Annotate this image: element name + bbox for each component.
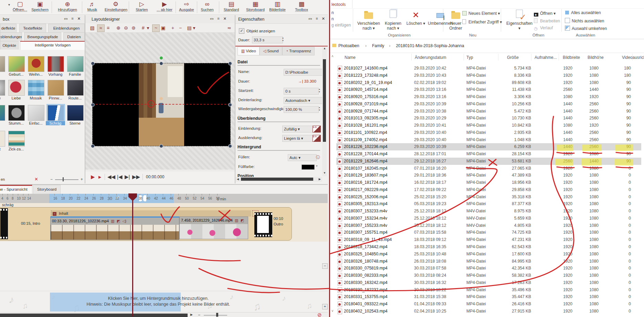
video-preview-area[interactable]: [85, 33, 235, 170]
template-schräg[interactable]: [47, 105, 64, 121]
toolbox-tab-einblendungen[interactable]: Einblendungen: [48, 24, 85, 32]
toolbar-button-view-standard[interactable]: ▤Standard: [220, 1, 242, 12]
videotools-ribbon-tab[interactable]: leotools: [331, 2, 346, 7]
zoom-in-icon[interactable]: +: [81, 177, 83, 182]
field-ausblendung-select[interactable]: Liegen lä ▾: [282, 135, 313, 142]
file-row[interactable]: 20181027_141600.mp429.03.2020 10:42MP4-D…: [336, 65, 641, 72]
rotation-handle[interactable]: [147, 100, 155, 108]
handle-bottom-mid[interactable]: [159, 144, 163, 148]
toolbox-tab-texteffekte[interactable]: Texteffekte: [19, 24, 46, 32]
collapse-chapter-icon[interactable]: −: [53, 212, 56, 216]
column-header-bildbreite[interactable]: Bildbreite: [563, 55, 580, 60]
file-row[interactable]: 20180307_155751.mp407.03.2018 15:58MP4-D…: [336, 229, 641, 236]
column-header-aufnahme[interactable]: Aufnahme...: [535, 55, 557, 60]
timeline-ruler[interactable]: ✂ 1 min 46810121416182022242628303234363…: [0, 194, 328, 203]
outro-filmstrip[interactable]: [254, 212, 272, 237]
file-row[interactable]: 20181028_161201.mp429.03.2020 10:41MP4-D…: [336, 122, 641, 129]
file-row[interactable]: 20180928_071019.mp429.03.2020 10:39MP4-D…: [336, 101, 641, 108]
breadcrumb-item[interactable]: 20180101-Mix-2018-Sophia-Johanna: [396, 43, 464, 48]
handle-mid-right[interactable]: [228, 103, 232, 107]
file-row[interactable]: 20180330_163242.mp430.03.2018 16:32MP4-D…: [336, 279, 641, 286]
grid-caret-icon[interactable]: ▾: [145, 24, 151, 31]
playhead-line[interactable]: [132, 194, 133, 316]
timeline-zoom-slider-thumb[interactable]: [216, 313, 218, 317]
ribbon-button-open-file[interactable]: ▶Öffnen ▾: [534, 11, 556, 16]
handle-bottom-left[interactable]: [91, 144, 95, 148]
ribbon-button-history[interactable]: ◷Verlauf: [534, 25, 553, 31]
thumb-size-slider-thumb[interactable]: [63, 177, 64, 181]
file-row[interactable]: 20181228_170144.mp428.12.2018 17:01MP4-D…: [336, 150, 641, 158]
toolbar-button-start-from-here[interactable]: ▶... ab hier: [154, 1, 176, 12]
template-zickza[interactable]: [8, 131, 25, 147]
toolbox-tab-bewegungspfade[interactable]: Bewegungspfade: [24, 32, 61, 41]
field-füllfarbe-swatch[interactable]: [302, 165, 315, 170]
field-startzeit-spinner[interactable]: ▲▼: [317, 88, 321, 94]
ribbon-button-new-item[interactable]: Neues Element ▾: [462, 11, 500, 16]
toolbox-tab-sblendungen[interactable]: sblendungen: [0, 32, 22, 41]
properties-tab-sound[interactable]: ◁Sound: [260, 47, 282, 55]
thumb-size-slider[interactable]: [55, 179, 78, 180]
field-startzeit-value[interactable]: 0 s: [284, 88, 319, 95]
play-button[interactable]: ▶: [91, 174, 95, 180]
timeline-zoom-slider[interactable]: [204, 315, 227, 316]
template-pinnw[interactable]: [47, 80, 64, 96]
skip-end-button[interactable]: ▶▶: [132, 174, 140, 180]
field-füllfarbe-caret[interactable]: ▾: [316, 164, 318, 168]
properties-hscrollbar[interactable]: ◀ ▶: [235, 177, 322, 182]
file-row[interactable]: 20180107_162045.mp407.01.2018 16:20MP4-D…: [336, 165, 641, 172]
toolbar-button-view-imagelist[interactable]: ▥Bilderliste: [266, 1, 288, 12]
column-header-nderungsdatum[interactable]: Änderungsdatum: [415, 55, 446, 60]
field-einblendung-transition-icon[interactable]: A B: [313, 126, 321, 133]
column-header-gre[interactable]: Größe: [507, 55, 519, 60]
template-liebe[interactable]: [8, 80, 25, 96]
template-vorhang[interactable]: [47, 56, 64, 72]
file-row[interactable]: 20180331_153755.mp431.03.2018 15:38MP4-D…: [336, 293, 641, 300]
duration-spinner[interactable]: ▲▼: [281, 36, 285, 43]
template-nose[interactable]: [0, 80, 5, 96]
record-disabled-icon[interactable]: ⊘: [317, 312, 322, 317]
template-ule[interactable]: [0, 105, 5, 121]
file-row[interactable]: 20180202_19_01_19.mp402.02.2018 19:02MP4…: [336, 79, 641, 86]
field-wiedergabegeschwindigkeit-value[interactable]: 100,00 %: [284, 106, 319, 113]
ribbon-button-select-all[interactable]: Alles auswählen: [565, 10, 601, 15]
breadcrumb-item[interactable]: Family: [372, 43, 384, 48]
file-row[interactable]: 20181013_092305.mp429.03.2020 10:29MP4-D…: [336, 115, 641, 122]
properties-window-controls[interactable]: ▭ ⌗ ✕: [308, 17, 326, 21]
file-row[interactable]: 20180401_093322.mp401.04.2018 09:33MP4-D…: [336, 300, 641, 308]
scroll-up-icon[interactable]: ˄: [331, 54, 334, 58]
rotate-anchor-green[interactable]: [159, 56, 163, 60]
template-sterne[interactable]: [67, 105, 84, 121]
toolbar-button-music[interactable]: ♬Musik: [81, 1, 103, 12]
remove-tool-icon[interactable]: −: [177, 24, 184, 31]
scroll-down-icon[interactable]: ˅: [331, 309, 334, 313]
ribbon-button-move-to[interactable]: ←Verschieben nach ▾: [356, 9, 382, 31]
ribbon-button-select-none[interactable]: Nichts auswählen: [565, 18, 604, 23]
field-ausblendung-transition-icon[interactable]: B A: [313, 135, 321, 142]
properties-scrollbar[interactable]: ▲ ▼: [322, 47, 327, 176]
skip-start-button[interactable]: ◀◀: [107, 174, 115, 180]
toolbar-button-view-toolbox[interactable]: ▩Toolbox: [291, 1, 313, 12]
zoom-out-icon[interactable]: −: [50, 177, 53, 182]
file-row[interactable]: 20180330_182232.mp430.03.2018 18:22MP4-D…: [336, 286, 641, 294]
file-row[interactable]: 20180307_153233.m4v25.12.2018 18:12M4V-D…: [336, 208, 641, 215]
toolbar-button-settings[interactable]: ⚙Einstellungen: [105, 1, 127, 12]
timeline-hscrollbar-thumb[interactable]: [0, 314, 188, 317]
toolbar-button-open[interactable]: ▢Öffnen...: [9, 1, 31, 12]
play-from-here-button[interactable]: ▶: [98, 175, 101, 179]
toolbar-button-add[interactable]: ⊕Hinzufügen: [56, 1, 78, 12]
motion-path-tool-icon[interactable]: ~: [152, 24, 160, 32]
clip2-layout-icon[interactable]: ▥: [235, 217, 238, 224]
ribbon-button-select-invert[interactable]: Auswahl umkehren: [565, 25, 607, 31]
timeline-clip-1[interactable]: 00:33.30, 20181226_102236.mp4 ▥ ◩ ◁): [50, 216, 179, 240]
field-deinterlacing-select[interactable]: Automatisch ▾: [284, 97, 324, 104]
handle-bottom-right[interactable]: [228, 144, 232, 148]
ribbon-button-easy-access[interactable]: Einfacher Zugriff ▾: [462, 19, 502, 24]
ribbon-button-properties[interactable]: ✓Eigenschaften ▾: [505, 9, 534, 31]
file-row[interactable]: 20180307_155233.m4v25.12.2018 18:12M4V-D…: [336, 222, 641, 229]
template-nzeit[interactable]: [0, 131, 5, 147]
column-header-name[interactable]: Name: [345, 55, 356, 60]
template-geburt[interactable]: [8, 56, 25, 72]
column-header-bildhhe[interactable]: Bildhöhe: [588, 55, 604, 60]
handle-top-left[interactable]: [91, 62, 95, 65]
field-wiedergabegeschwindigkeit-spinner[interactable]: ▲▼: [317, 106, 321, 112]
